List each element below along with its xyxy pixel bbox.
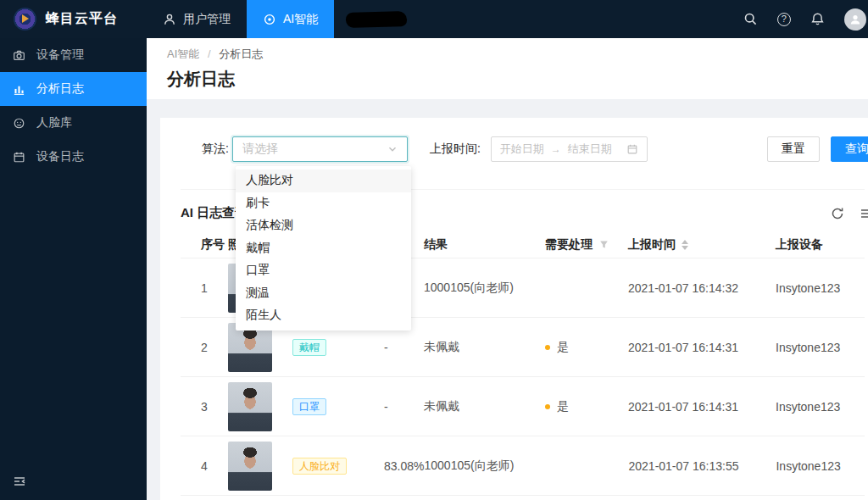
brand: 蜂目云平台 bbox=[0, 8, 147, 31]
sort-icon[interactable] bbox=[682, 240, 688, 250]
select-option[interactable]: 人脸比对 bbox=[236, 169, 411, 192]
cell-report-device: Insytone123 bbox=[776, 459, 865, 473]
nav-item-user-management[interactable]: 用户管理 bbox=[147, 0, 247, 38]
cell-algorithm: 人脸比对 bbox=[292, 458, 369, 475]
table-toolbar bbox=[831, 207, 868, 220]
nav-item-ai-intelligence[interactable]: AI智能 bbox=[247, 0, 334, 38]
report-time-range-picker[interactable]: 开始日期 → 结束日期 bbox=[491, 136, 648, 162]
nav-item-label: AI智能 bbox=[283, 12, 318, 27]
ai-icon bbox=[263, 13, 276, 26]
algorithm-select[interactable]: 请选择 bbox=[232, 136, 408, 162]
app-logo-icon bbox=[14, 8, 36, 31]
cell-algorithm: 口罩 bbox=[292, 398, 369, 415]
cell-need-handle: 是 bbox=[545, 340, 628, 355]
cell-similarity: 83.08% bbox=[369, 459, 424, 473]
chevron-down-icon bbox=[387, 144, 398, 154]
algorithm-select-placeholder: 请选择 bbox=[242, 142, 387, 157]
filter-funnel-icon[interactable] bbox=[599, 240, 609, 249]
user-menu[interactable]: lo bbox=[844, 8, 868, 31]
user-icon bbox=[163, 13, 176, 26]
column-header: 上报时间 bbox=[628, 237, 776, 253]
end-date-placeholder: 结束日期 bbox=[568, 142, 612, 157]
nav-item-label: 用户管理 bbox=[183, 12, 231, 27]
breadcrumb-separator: / bbox=[208, 47, 211, 60]
calendar-icon bbox=[626, 143, 638, 155]
filter-bar: 算法: 请选择 上报时间: 开始日期 → 结束日期 重置 查询 展 bbox=[181, 136, 865, 162]
photo-thumbnail[interactable] bbox=[228, 442, 272, 491]
sidebar-item-label: 分析日志 bbox=[36, 81, 84, 97]
cell-photo bbox=[228, 442, 292, 491]
cell-report-device: Insytone123 bbox=[776, 341, 865, 354]
main-content: AI智能 / 分析日志 分析日志 算法: 请选择 上报时间: 开始日期 → 结束… bbox=[147, 38, 868, 500]
sidebar-item-label: 设备管理 bbox=[36, 47, 84, 63]
range-arrow: → bbox=[551, 143, 561, 155]
page-header: AI智能 / 分析日志 分析日志 bbox=[147, 38, 868, 99]
warning-dot-icon bbox=[545, 404, 550, 409]
chart-icon bbox=[13, 83, 25, 96]
column-header: 结果 bbox=[424, 237, 545, 253]
sidebar: 设备管理分析日志人脸库设备日志 bbox=[0, 38, 147, 500]
photo-thumbnail[interactable] bbox=[228, 382, 272, 431]
cell-algorithm: 戴帽 bbox=[292, 339, 369, 356]
algorithm-tag: 口罩 bbox=[292, 398, 326, 415]
cell-result: 未佩戴 bbox=[424, 340, 545, 355]
navbar-right: ? lo bbox=[743, 8, 868, 31]
select-option[interactable]: 刷卡 bbox=[236, 192, 411, 215]
column-header: 需要处理 bbox=[545, 237, 628, 253]
camera-icon bbox=[13, 49, 25, 62]
algorithm-tag: 人脸比对 bbox=[292, 458, 347, 475]
algorithm-label: 算法: bbox=[202, 142, 229, 157]
algorithm-dropdown-panel: 人脸比对刷卡活体检测戴帽口罩测温陌生人 bbox=[236, 166, 411, 331]
app-title: 蜂目云平台 bbox=[46, 10, 118, 28]
face-icon bbox=[13, 117, 25, 130]
bell-icon[interactable] bbox=[810, 12, 825, 26]
select-option[interactable]: 测温 bbox=[236, 282, 411, 305]
cell-result: 未佩戴 bbox=[424, 399, 545, 414]
help-icon[interactable]: ? bbox=[777, 13, 791, 26]
reset-button[interactable]: 重置 bbox=[767, 136, 820, 162]
calendar-icon bbox=[13, 151, 25, 164]
warning-dot-icon bbox=[545, 345, 550, 350]
density-settings-icon[interactable] bbox=[860, 207, 868, 220]
sidebar-item-face-library[interactable]: 人脸库 bbox=[0, 106, 147, 140]
select-option[interactable]: 活体检测 bbox=[236, 214, 411, 237]
top-menu: 用户管理AI智能 bbox=[147, 0, 334, 38]
cell-report-time: 2021-01-07 16:14:31 bbox=[628, 341, 776, 354]
breadcrumb-current: 分析日志 bbox=[219, 47, 263, 60]
cell-report-device: Insytone123 bbox=[776, 281, 865, 295]
cell-need-handle: 是 bbox=[545, 399, 628, 414]
search-button[interactable]: 查询 bbox=[831, 136, 868, 162]
cell-similarity: - bbox=[369, 341, 424, 354]
cell-index: 1 bbox=[181, 281, 228, 295]
select-option[interactable]: 口罩 bbox=[236, 259, 411, 282]
start-date-placeholder: 开始日期 bbox=[500, 142, 544, 157]
cell-result: 1000105(向老师) bbox=[424, 458, 545, 474]
cell-report-device: Insytone123 bbox=[776, 400, 865, 414]
sidebar-item-label: 人脸库 bbox=[36, 115, 72, 131]
cell-report-time: 2021-01-07 16:13:55 bbox=[628, 459, 776, 473]
cell-index: 4 bbox=[181, 459, 228, 473]
sidebar-item-device-management[interactable]: 设备管理 bbox=[0, 38, 147, 72]
breadcrumb: AI智能 / 分析日志 bbox=[167, 47, 848, 62]
sidebar-item-label: 设备日志 bbox=[36, 149, 84, 164]
filter-buttons: 重置 查询 展 bbox=[767, 136, 865, 162]
cell-index: 2 bbox=[181, 341, 228, 354]
search-icon[interactable] bbox=[743, 12, 758, 26]
sidebar-collapse-icon[interactable] bbox=[7, 469, 32, 493]
sidebar-item-analysis-log[interactable]: 分析日志 bbox=[0, 72, 147, 106]
cell-result: 1000105(向老师) bbox=[424, 281, 545, 296]
refresh-icon[interactable] bbox=[831, 207, 844, 220]
sidebar-item-device-log[interactable]: 设备日志 bbox=[0, 140, 147, 174]
table-row: 3口罩-未佩戴是2021-01-07 16:14:31Insytone123 bbox=[181, 377, 865, 436]
cell-photo bbox=[228, 382, 292, 431]
report-time-label: 上报时间: bbox=[430, 142, 481, 157]
select-option[interactable]: 戴帽 bbox=[236, 237, 411, 260]
page-title: 分析日志 bbox=[167, 67, 848, 91]
column-header: 上报设备 bbox=[776, 237, 865, 253]
column-header: 序号 bbox=[181, 237, 228, 253]
cell-similarity: - bbox=[369, 400, 424, 414]
nav-item-redacted[interactable] bbox=[346, 11, 407, 28]
select-option[interactable]: 陌生人 bbox=[236, 304, 411, 327]
breadcrumb-parent[interactable]: AI智能 bbox=[167, 47, 199, 60]
cell-report-time: 2021-01-07 16:14:31 bbox=[628, 400, 776, 414]
